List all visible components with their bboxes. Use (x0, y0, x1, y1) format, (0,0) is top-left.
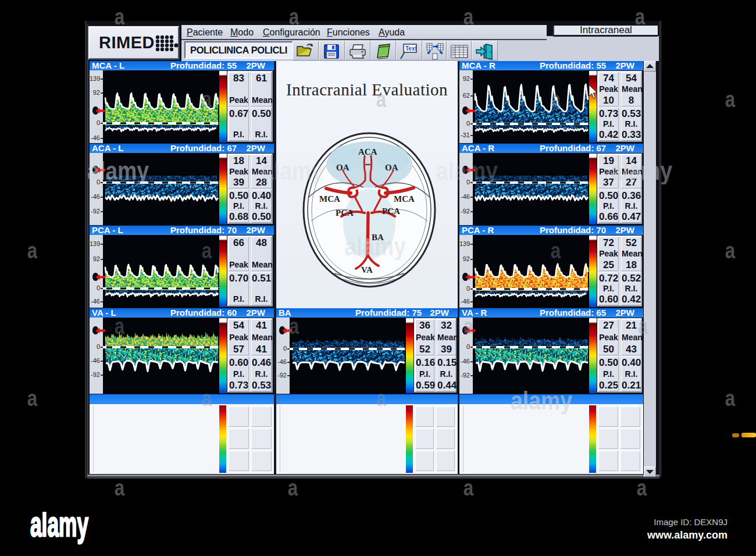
svg-text:Text: Text (405, 45, 417, 52)
svg-text:OA: OA (336, 163, 350, 172)
svg-text:alamy: alamy (262, 159, 323, 184)
svg-text:PCA: PCA (382, 206, 400, 216)
svg-text:alamy: alamy (511, 389, 572, 414)
svg-text:MCA: MCA (319, 194, 340, 204)
svg-text:ACA: ACA (358, 147, 377, 156)
svg-text:alamy: alamy (30, 512, 88, 544)
svg-text:alamy: alamy (344, 234, 406, 260)
svg-text:alamy: alamy (611, 159, 672, 184)
svg-text:MCA: MCA (394, 194, 415, 204)
svg-text:alamy: alamy (436, 159, 498, 184)
svg-text:PCA: PCA (336, 208, 354, 218)
svg-text:alamy: alamy (87, 159, 149, 184)
svg-text:VA: VA (361, 265, 373, 275)
svg-text:OA: OA (385, 163, 398, 172)
